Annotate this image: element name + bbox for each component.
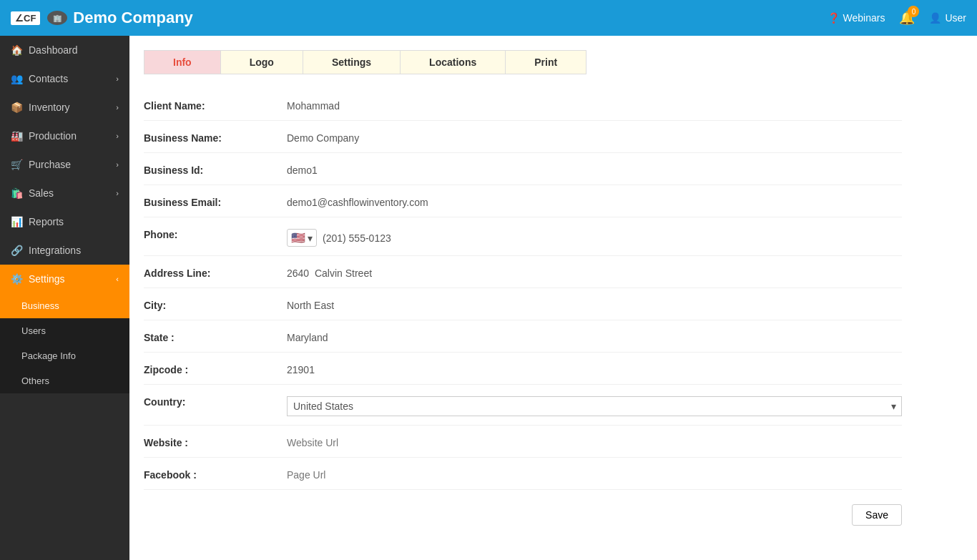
client-name-input[interactable] [287, 100, 902, 112]
tab-locations[interactable]: Locations [401, 51, 506, 74]
business-id-label: Business Id: [144, 162, 287, 176]
website-row: Website : [144, 426, 902, 458]
webinars-button[interactable]: ❓ Webinars [828, 12, 885, 24]
country-select[interactable]: United States Canada United Kingdom [287, 396, 902, 416]
user-menu[interactable]: 👤 User [929, 12, 966, 24]
state-row: State : [144, 320, 902, 353]
sidebar-item-settings[interactable]: ⚙️ Settings ‹ [0, 265, 129, 293]
facebook-value [287, 466, 902, 481]
client-name-value [287, 97, 902, 112]
purchase-icon: 🛒 [11, 159, 23, 170]
business-id-input[interactable] [287, 164, 902, 176]
zipcode-value [287, 361, 902, 375]
business-name-value [287, 129, 902, 144]
app-logo: ∠CF [11, 11, 40, 25]
city-value [287, 297, 902, 311]
phone-row: Phone: 🇺🇸 ▾ [144, 217, 902, 256]
sidebar-item-integrations[interactable]: 🔗 Integrations [0, 236, 129, 265]
zipcode-label: Zipcode : [144, 361, 287, 375]
city-input[interactable] [287, 300, 902, 311]
sidebar-sub-item-others[interactable]: Others [0, 368, 129, 393]
country-select-wrapper: United States Canada United Kingdom ▾ [287, 396, 902, 416]
notification-badge: 0 [908, 6, 919, 17]
sidebar-sub-item-business[interactable]: Business [0, 293, 129, 318]
chevron-right-icon: › [116, 103, 119, 112]
website-value [287, 434, 902, 448]
chevron-right-icon: › [116, 74, 119, 83]
app-header: ∠CF 🏢 Demo Company ❓ Webinars 🔔 0 👤 User [0, 0, 977, 36]
zipcode-input[interactable] [287, 364, 902, 375]
sidebar-item-dashboard[interactable]: 🏠 Dashboard [0, 36, 129, 64]
settings-icon: ⚙️ [11, 273, 23, 285]
sidebar-item-contacts[interactable]: 👥 Contacts › [0, 64, 129, 93]
business-id-row: Business Id: [144, 153, 902, 185]
tab-print[interactable]: Print [506, 51, 586, 74]
sidebar-sub-item-package-info[interactable]: Package Info [0, 343, 129, 368]
facebook-input[interactable] [287, 469, 902, 481]
company-icon: 🏢 [47, 11, 67, 25]
phone-label: Phone: [144, 226, 287, 240]
save-row: Save [144, 504, 902, 526]
dashboard-icon: 🏠 [11, 44, 23, 56]
state-value [287, 329, 902, 343]
zipcode-row: Zipcode : [144, 353, 902, 385]
sidebar-item-reports[interactable]: 📊 Reports [0, 207, 129, 236]
state-input[interactable] [287, 332, 902, 343]
city-label: City: [144, 297, 287, 311]
app-layout: 🏠 Dashboard 👥 Contacts › 📦 Inventory › 🏭… [0, 36, 977, 560]
country-label: Country: [144, 393, 287, 408]
question-icon: ❓ [828, 12, 840, 24]
reports-icon: 📊 [11, 216, 23, 227]
business-email-value [287, 194, 902, 208]
facebook-row: Facebook : [144, 458, 902, 490]
tab-settings[interactable]: Settings [303, 51, 401, 74]
phone-value: 🇺🇸 ▾ [287, 226, 902, 247]
website-label: Website : [144, 434, 287, 448]
sidebar-item-purchase[interactable]: 🛒 Purchase › [0, 150, 129, 179]
phone-input[interactable] [323, 232, 902, 244]
sidebar-sub-item-users[interactable]: Users [0, 318, 129, 343]
save-button[interactable]: Save [852, 504, 902, 526]
country-value: United States Canada United Kingdom ▾ [287, 393, 902, 416]
chevron-left-icon: ‹ [116, 275, 119, 283]
chevron-right-icon: › [116, 132, 119, 140]
header-right: ❓ Webinars 🔔 0 👤 User [828, 10, 966, 26]
facebook-label: Facebook : [144, 466, 287, 481]
business-name-input[interactable] [287, 132, 902, 144]
business-email-input[interactable] [287, 197, 902, 208]
production-icon: 🏭 [11, 130, 23, 142]
sales-icon: 🛍️ [11, 187, 23, 199]
tab-info[interactable]: Info [144, 51, 221, 74]
main-content: Info Logo Settings Locations Print Clien… [129, 36, 977, 560]
tab-logo[interactable]: Logo [221, 51, 303, 74]
sidebar-item-production[interactable]: 🏭 Production › [0, 122, 129, 150]
integrations-icon: 🔗 [11, 245, 23, 256]
address-row: Address Line: [144, 256, 902, 288]
contacts-icon: 👥 [11, 73, 23, 84]
sidebar-item-inventory[interactable]: 📦 Inventory › [0, 93, 129, 122]
business-email-label: Business Email: [144, 194, 287, 208]
tab-bar: Info Logo Settings Locations Print [144, 50, 586, 74]
chevron-down-icon: ▾ [308, 232, 313, 244]
business-email-row: Business Email: [144, 185, 902, 217]
chevron-right-icon: › [116, 160, 119, 169]
user-icon: 👤 [929, 12, 941, 24]
inventory-icon: 📦 [11, 102, 23, 113]
client-name-label: Client Name: [144, 97, 287, 112]
client-name-row: Client Name: [144, 89, 902, 121]
address-input[interactable] [287, 267, 902, 279]
chevron-right-icon: › [116, 189, 119, 197]
notifications-button[interactable]: 🔔 0 [899, 10, 915, 26]
sidebar: 🏠 Dashboard 👥 Contacts › 📦 Inventory › 🏭… [0, 36, 129, 560]
business-info-form: Client Name: Business Name: Business Id:… [144, 89, 902, 526]
business-name-label: Business Name: [144, 129, 287, 144]
country-code-selector[interactable]: 🇺🇸 ▾ [287, 229, 317, 247]
website-input[interactable] [287, 437, 902, 448]
state-label: State : [144, 329, 287, 343]
address-value [287, 265, 902, 279]
sidebar-item-sales[interactable]: 🛍️ Sales › [0, 179, 129, 207]
business-name-row: Business Name: [144, 121, 902, 153]
country-row: Country: United States Canada United Kin… [144, 385, 902, 426]
city-row: City: [144, 288, 902, 320]
us-flag-icon: 🇺🇸 [291, 231, 305, 245]
